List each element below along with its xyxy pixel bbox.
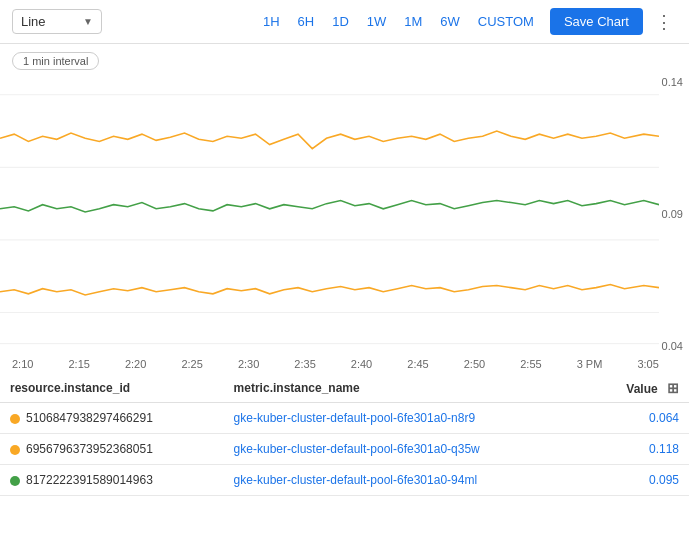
x-axis-label: 3:05 — [637, 358, 658, 370]
series-dot — [10, 414, 20, 424]
series-dot — [10, 445, 20, 455]
instance-id-value: 510684793829746629​1 — [26, 411, 153, 425]
x-axis-label: 3 PM — [577, 358, 603, 370]
instance-id-cell: 510684793829746629​1 — [0, 403, 224, 434]
value-cell: 0.064 — [589, 403, 689, 434]
x-axis-label: 2:25 — [181, 358, 202, 370]
x-axis-label: 2:10 — [12, 358, 33, 370]
x-axis-label: 2:30 — [238, 358, 259, 370]
series-dot — [10, 476, 20, 486]
chart-type-label: Line — [21, 14, 46, 29]
time-option-1w[interactable]: 1W — [367, 14, 387, 29]
table-header-row: resource.instance_id metric.instance_nam… — [0, 374, 689, 403]
instance-id-value: 6956796373952368051 — [26, 442, 153, 456]
table-row: 6956796373952368051gke-kuber-cluster-def… — [0, 434, 689, 465]
col-header-instance-id: resource.instance_id — [0, 374, 224, 403]
chevron-down-icon: ▼ — [83, 16, 93, 27]
instance-id-cell: 8172222391589014963 — [0, 465, 224, 496]
x-axis-label: 2:55 — [520, 358, 541, 370]
x-axis-label: 2:15 — [68, 358, 89, 370]
metric-name-cell[interactable]: gke-kuber-cluster-default-pool-6fe301a0-… — [224, 434, 590, 465]
metric-name-cell[interactable]: gke-kuber-cluster-default-pool-6fe301a0-… — [224, 403, 590, 434]
y-axis-label: 0.09 — [662, 208, 683, 220]
toolbar: Line ▼ 1H6H1D1W1M6WCUSTOM Save Chart ⋮ — [0, 0, 689, 44]
y-axis-label: 0.04 — [662, 340, 683, 352]
data-table-wrapper: resource.instance_id metric.instance_nam… — [0, 374, 689, 496]
table-row: 8172222391589014963gke-kuber-cluster-def… — [0, 465, 689, 496]
chart-container: 0.140.090.04 — [0, 74, 689, 354]
time-options: 1H6H1D1W1M6WCUSTOM — [263, 14, 534, 29]
x-axis: 2:102:152:202:252:302:352:402:452:502:55… — [0, 354, 689, 374]
y-axis: 0.140.090.04 — [662, 74, 683, 354]
time-option-1m[interactable]: 1M — [404, 14, 422, 29]
chart-svg — [0, 74, 659, 354]
time-option-6w[interactable]: 6W — [440, 14, 460, 29]
more-options-button[interactable]: ⋮ — [651, 11, 677, 33]
x-axis-label: 2:50 — [464, 358, 485, 370]
column-settings-icon[interactable]: ⊞ — [667, 380, 679, 396]
time-option-1d[interactable]: 1D — [332, 14, 349, 29]
time-option-custom[interactable]: CUSTOM — [478, 14, 534, 29]
col-header-value: Value ⊞ — [589, 374, 689, 403]
x-axis-label: 2:20 — [125, 358, 146, 370]
data-table: resource.instance_id metric.instance_nam… — [0, 374, 689, 496]
x-axis-label: 2:45 — [407, 358, 428, 370]
x-axis-label: 2:40 — [351, 358, 372, 370]
value-cell: 0.095 — [589, 465, 689, 496]
chart-area: 1 min interval 0.140.090.04 — [0, 44, 689, 374]
save-chart-button[interactable]: Save Chart — [550, 8, 643, 35]
value-cell: 0.118 — [589, 434, 689, 465]
table-row: 510684793829746629​1gke-kuber-cluster-de… — [0, 403, 689, 434]
instance-id-value: 8172222391589014963 — [26, 473, 153, 487]
y-axis-label: 0.14 — [662, 76, 683, 88]
col-header-metric-name: metric.instance_name — [224, 374, 590, 403]
chart-type-dropdown[interactable]: Line ▼ — [12, 9, 102, 34]
time-option-6h[interactable]: 6H — [298, 14, 315, 29]
time-option-1h[interactable]: 1H — [263, 14, 280, 29]
metric-name-cell[interactable]: gke-kuber-cluster-default-pool-6fe301a0-… — [224, 465, 590, 496]
x-axis-label: 2:35 — [294, 358, 315, 370]
interval-badge: 1 min interval — [12, 52, 99, 70]
instance-id-cell: 6956796373952368051 — [0, 434, 224, 465]
